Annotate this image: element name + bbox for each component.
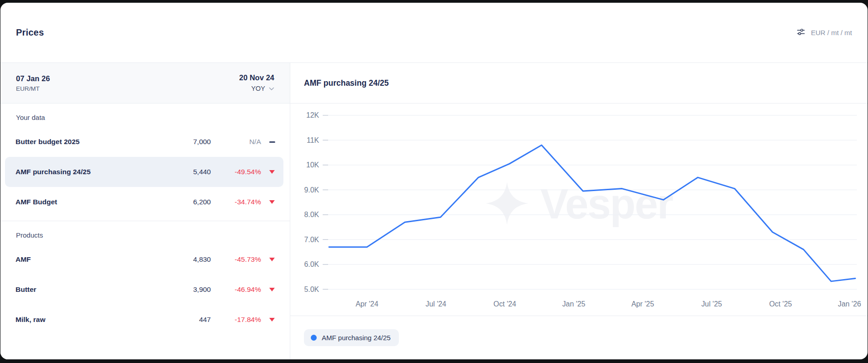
top-bar: Prices EUR / mt / mt (0, 3, 868, 63)
triangle-down-icon (269, 318, 275, 322)
unit-label: EUR / mt / mt (811, 29, 852, 36)
prices-card: Prices EUR / mt / mt 07 Jan 26 (0, 3, 868, 359)
series-value: 6,200 (165, 198, 211, 206)
current-date-block: 07 Jan 26 EUR/MT (16, 74, 50, 92)
svg-text:12K: 12K (306, 111, 319, 119)
series-change: -46.94% (211, 285, 265, 294)
unit-settings-button[interactable]: EUR / mt / mt (796, 27, 852, 38)
current-date[interactable]: 07 Jan 26 (16, 74, 50, 83)
svg-text:Oct '24: Oct '24 (493, 300, 516, 308)
page-title: Prices (16, 27, 44, 38)
svg-text:9.0K: 9.0K (304, 186, 319, 194)
series-name: AMF Budget (16, 198, 165, 206)
triangle-down-icon (269, 200, 275, 204)
svg-text:Jan '26: Jan '26 (838, 300, 861, 308)
series-change: -34.74% (211, 198, 265, 206)
series-name: Milk, raw (16, 316, 165, 324)
line-chart-canvas[interactable]: 5.0K6.0K7.0K8.0K9.0K10K11K12KApr '24Jul … (290, 104, 868, 316)
chart-title: AMF purchasing 24/25 (304, 78, 389, 88)
series-change: -45.73% (211, 255, 265, 264)
series-value: 447 (165, 316, 211, 324)
series-row-butter[interactable]: Butter 3,900 -46.94% (5, 275, 283, 305)
sliders-icon (796, 27, 805, 38)
chart-header: AMF purchasing 24/25 (290, 63, 868, 104)
comparison-date-block: 20 Nov 24 YOY (239, 73, 274, 93)
series-row-amf-purchasing[interactable]: AMF purchasing 24/25 5,440 -49.54% (5, 157, 283, 187)
section-label-your-data: Your data (0, 104, 290, 127)
series-row-butter-budget-2025[interactable]: Butter budget 2025 7,000 N/A (5, 127, 283, 157)
chart-region: Vesper 5.0K6.0K7.0K8.0K9.0K10K11K12KApr … (290, 104, 868, 316)
svg-text:10K: 10K (306, 161, 319, 169)
svg-text:8.0K: 8.0K (304, 211, 319, 218)
series-name: AMF (16, 255, 165, 264)
series-change: N/A (211, 138, 265, 146)
series-change: -17.84% (211, 316, 265, 324)
series-value: 5,440 (165, 168, 211, 176)
svg-text:Jul '24: Jul '24 (425, 300, 446, 308)
yoy-label: YOY (251, 85, 265, 92)
currency-unit-label: EUR/MT (16, 85, 50, 92)
legend-item-amf-purchasing[interactable]: AMF purchasing 24/25 (304, 329, 399, 346)
chevron-down-icon (269, 84, 274, 93)
series-panel: 07 Jan 26 EUR/MT 20 Nov 24 YOY (0, 63, 290, 359)
comparison-date[interactable]: 20 Nov 24 (239, 73, 274, 82)
dash-icon (269, 141, 275, 143)
series-name: Butter (16, 285, 165, 294)
chart-panel: AMF purchasing 24/25 Vesper 5.0K6.0K7.0K… (290, 63, 868, 359)
series-value: 7,000 (165, 138, 211, 146)
legend-label: AMF purchasing 24/25 (322, 334, 391, 342)
yoy-dropdown[interactable]: YOY (251, 84, 274, 93)
svg-text:Jan '25: Jan '25 (562, 300, 586, 308)
series-row-milk-raw[interactable]: Milk, raw 447 -17.84% (5, 305, 283, 335)
svg-text:6.0K: 6.0K (304, 260, 319, 268)
svg-text:7.0K: 7.0K (304, 236, 319, 244)
triangle-down-icon (269, 170, 275, 174)
series-value: 3,900 (165, 285, 211, 294)
dot-icon (311, 335, 317, 341)
series-change: -49.54% (211, 168, 265, 176)
svg-text:Apr '25: Apr '25 (631, 300, 654, 308)
series-row-amf[interactable]: AMF 4,830 -45.73% (5, 244, 283, 275)
svg-text:Jul '25: Jul '25 (701, 300, 722, 308)
series-name: AMF purchasing 24/25 (16, 168, 165, 176)
series-name: Butter budget 2025 (16, 138, 165, 146)
series-row-amf-budget[interactable]: AMF Budget 6,200 -34.74% (5, 187, 283, 217)
triangle-down-icon (269, 288, 275, 291)
main-content: 07 Jan 26 EUR/MT 20 Nov 24 YOY (0, 63, 868, 359)
section-label-products: Products (0, 221, 290, 244)
svg-text:Oct '25: Oct '25 (769, 300, 792, 308)
triangle-down-icon (269, 258, 275, 261)
legend-row: AMF purchasing 24/25 (290, 316, 868, 359)
svg-text:Apr '24: Apr '24 (356, 300, 378, 308)
svg-text:5.0K: 5.0K (304, 285, 319, 293)
dates-header: 07 Jan 26 EUR/MT 20 Nov 24 YOY (0, 63, 290, 104)
series-value: 4,830 (165, 255, 211, 264)
svg-text:11K: 11K (307, 136, 319, 144)
